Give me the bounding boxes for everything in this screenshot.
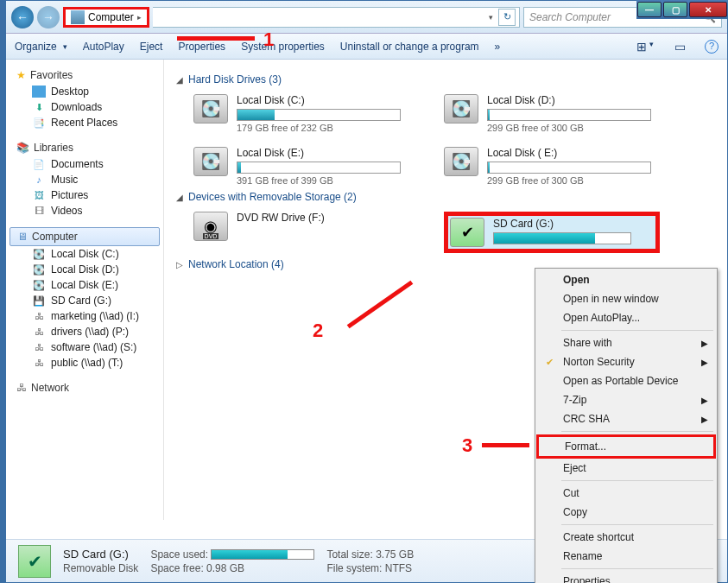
disk-icon: 💽 [32,248,46,260]
address-bar[interactable]: ▾ ↻ [153,7,520,28]
sidebar-item-net-i[interactable]: 🖧marketing (\\ad) (I:) [9,308,160,324]
preview-pane-icon[interactable]: ▭ [670,40,689,54]
sidebar-item-net-s[interactable]: 🖧software (\\ad) (S:) [9,339,160,355]
sidebar-item-net-p[interactable]: 🖧drivers (\\ad) (P:) [9,324,160,339]
chevron-right-icon[interactable]: ▸ [137,13,142,22]
usage-bar [487,162,651,174]
disk-icon: 💽 [32,279,46,291]
sidebar-item-documents[interactable]: 📄Documents [9,156,160,172]
sidebar-item-disk-c[interactable]: 💽Local Disk (C:) [9,246,160,262]
free-space: 391 GB free of 399 GB [237,175,409,186]
downloads-icon: ⬇ [32,101,46,113]
breadcrumb[interactable]: Computer ▸ [63,7,149,28]
menu-open-autoplay[interactable]: Open AutoPlay... [537,308,715,327]
context-menu: Open Open in new window Open AutoPlay...… [535,268,718,583]
address-dropdown-icon[interactable]: ▾ [489,13,493,22]
sidebar-item-downloads[interactable]: ⬇Downloads [9,99,160,115]
free-space: 179 GB free of 232 GB [237,123,409,133]
sidebar-computer[interactable]: 🖥Computer [9,227,160,246]
disk-icon: 💽 [444,94,478,124]
menu-norton[interactable]: ✔Norton Security▶ [537,352,715,371]
menu-crcsha[interactable]: CRC SHA▶ [537,409,715,428]
drive-dvd[interactable]: ◉ DVD RW Drive (F:) [193,212,409,253]
usage-bar [487,109,651,121]
view-icon[interactable]: ⊞ [636,40,655,54]
menu-cut[interactable]: Cut [537,484,715,503]
drive-label: SD Card (G:) [493,218,654,230]
sidebar-favorites[interactable]: ★Favorites [9,67,160,84]
menu-share-with[interactable]: Share with▶ [537,333,715,352]
sidebar-item-music[interactable]: ♪Music [9,172,160,187]
drive-sdcard-selected[interactable]: ✔ SD Card (G:) [444,212,660,253]
sidebar: ★Favorites Desktop ⬇Downloads 📑Recent Pl… [6,60,164,520]
menu-create-shortcut[interactable]: Create shortcut [537,528,715,547]
sidebar-network[interactable]: 🖧Network [9,379,160,396]
section-removable[interactable]: ◢Devices with Removable Storage (2) [176,191,715,203]
drive-label: Local Disk (C:) [237,94,409,106]
back-button[interactable]: ← [11,6,34,29]
system-properties-button[interactable]: System properties [241,41,325,53]
minimize-button[interactable]: — [637,2,662,17]
disk-icon: 💽 [444,147,478,176]
sidebar-item-sdcard[interactable]: 💾SD Card (G:) [9,293,160,308]
navigation-bar: ← → Computer ▸ ▾ ↻ Search Computer 🔍 [6,1,727,34]
menu-portable-device[interactable]: Open as Portable Device [537,371,715,390]
disk-icon: 💽 [32,263,46,276]
documents-icon: 📄 [32,158,46,170]
submenu-arrow-icon: ▶ [701,339,708,348]
uninstall-button[interactable]: Uninstall or change a program [340,41,479,53]
overflow-button[interactable]: » [495,41,501,53]
sidebar-item-disk-e[interactable]: 💽Local Disk (E:) [9,277,160,293]
drive-d[interactable]: 💽 Local Disk (D:) 299 GB free of 300 GB [444,94,660,133]
close-button[interactable]: ✕ [689,2,727,17]
organize-button[interactable]: Organize [15,41,67,53]
submenu-arrow-icon: ▶ [701,396,708,405]
sidebar-item-desktop[interactable]: Desktop [9,84,160,99]
network-drive-icon: 🖧 [32,310,46,322]
network-drive-icon: 🖧 [32,326,46,338]
sidebar-libraries[interactable]: 📚Libraries [9,139,160,156]
eject-button[interactable]: Eject [140,41,163,53]
network-icon: 🖧 [16,382,27,394]
properties-button[interactable]: Properties [178,41,225,53]
status-title: SD Card (G:) [63,548,138,561]
refresh-button[interactable]: ↻ [498,9,516,26]
dvd-icon: ◉ [193,212,228,241]
sidebar-item-disk-d[interactable]: 💽Local Disk (D:) [9,262,160,277]
forward-button[interactable]: → [37,6,60,29]
menu-open[interactable]: Open [537,270,715,289]
sdcard-icon: ✔ [450,218,484,247]
menu-format[interactable]: Format... [536,434,716,459]
sidebar-item-recent[interactable]: 📑Recent Places [9,115,160,130]
norton-icon: ✔ [542,355,556,369]
menu-copy[interactable]: Copy [537,503,715,522]
sidebar-item-net-t[interactable]: 🖧public (\\ad) (T:) [9,355,160,371]
drive-label: Local Disk ( E:) [487,147,660,159]
help-icon[interactable]: ? [705,40,719,54]
videos-icon: 🎞 [32,205,46,217]
section-hdd[interactable]: ◢Hard Disk Drives (3) [176,73,715,86]
chevron-down-icon: ◢ [176,75,183,85]
recent-icon: 📑 [32,117,46,129]
drive-e2[interactable]: 💽 Local Disk ( E:) 299 GB free of 300 GB [444,147,660,186]
chevron-down-icon: ◢ [176,193,183,202]
drive-label: DVD RW Drive (F:) [237,212,409,224]
menu-properties[interactable]: Properties [537,572,715,583]
menu-7zip[interactable]: 7-Zip▶ [537,390,715,409]
status-subtitle: Removable Disk [63,562,138,574]
menu-open-new-window[interactable]: Open in new window [537,289,715,308]
usage-bar [237,162,401,174]
sidebar-item-pictures[interactable]: 🖼Pictures [9,187,160,203]
sidebar-item-videos[interactable]: 🎞Videos [9,203,160,219]
drive-c[interactable]: 💽 Local Disk (C:) 179 GB free of 232 GB [193,94,409,133]
star-icon: ★ [16,69,26,81]
drive-e[interactable]: 💽 Local Disk (E:) 391 GB free of 399 GB [193,147,409,186]
usage-bar [493,232,631,244]
menu-eject[interactable]: Eject [537,459,715,478]
disk-icon: 💽 [193,94,228,124]
free-space: 299 GB free of 300 GB [487,123,660,133]
menu-separator [561,480,713,481]
maximize-button[interactable]: ▢ [663,2,687,17]
menu-rename[interactable]: Rename [537,547,715,566]
autoplay-button[interactable]: AutoPlay [83,41,124,53]
